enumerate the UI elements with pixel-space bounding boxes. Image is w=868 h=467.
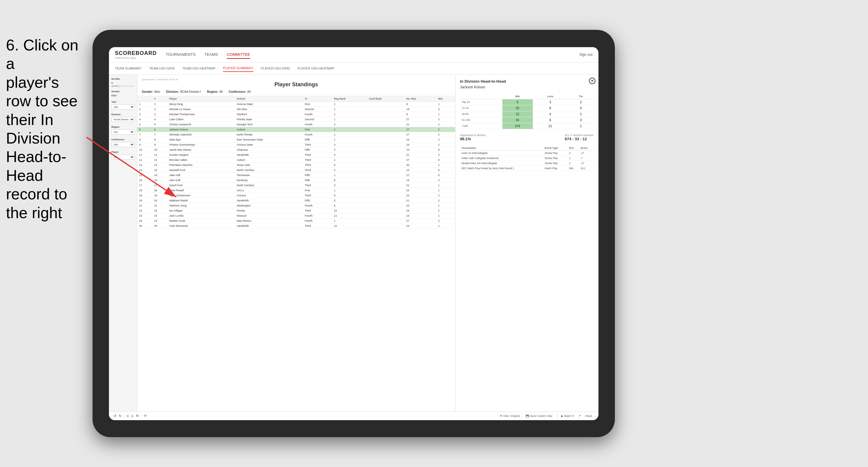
row-rank: 25 — [153, 223, 168, 228]
table-row[interactable]: 12 12 Brendan Valles Auburn Third 1 27 0 — [137, 157, 455, 162]
table-row[interactable]: 10 10 Jacob Mac Diesse Arkansas Fifth 2 … — [137, 147, 455, 152]
row-reg-rank: 3 — [332, 183, 367, 188]
h2h-row-loss: 3 — [533, 99, 568, 105]
table-row[interactable]: 20 20 Matthew Riedel Vanderbilt Fifth 5 … — [137, 198, 455, 203]
paste-icon[interactable]: ⎙ — [131, 414, 133, 418]
row-yr: Third — [303, 208, 332, 213]
division-select[interactable]: NCAA Division I — [111, 117, 135, 122]
table-row[interactable]: 24 24 Bastien Amat New Mexico Fourth 1 2… — [137, 218, 455, 223]
tourn-score: 18-1 — [579, 166, 594, 171]
row-school: Arizona State — [235, 142, 303, 147]
table-row[interactable]: 15 15 Jake Hall Tennessee Fifth 1 27 0 — [137, 173, 455, 178]
row-rank: 22 — [153, 208, 168, 213]
h2h-col-label — [460, 94, 502, 99]
table-row[interactable]: 11 11 Gordon Sargent Vanderbilt Third 4 … — [137, 152, 455, 157]
player-select[interactable]: (All) — [111, 155, 135, 160]
tourn-col-score: Score — [579, 146, 594, 151]
row-conf-rank — [367, 152, 404, 157]
table-row[interactable]: 18 18 Luke Powell UCLA First 1 24 1 — [137, 188, 455, 193]
region-select[interactable]: N/A — [111, 129, 135, 134]
row-conf-rank — [367, 193, 404, 198]
tablet-device: SCOREBOARD Powered by clippi TOURNAMENTS… — [93, 30, 615, 437]
h2h-row-win: 46 — [502, 117, 533, 123]
table-row[interactable]: 25 25 Cole Sherwood Vanderbilt Third 12 … — [137, 223, 455, 228]
settings-icon[interactable]: ⚙ — [136, 414, 139, 418]
table-row[interactable]: 4 4 Luke Claton Florida State Second 1 2… — [137, 117, 455, 122]
table-row[interactable]: 16 16 Alex Goff Kentucky Fifth 8 19 0 — [137, 178, 455, 183]
standings-table: # Player School Yr Reg Rank Conf Rank No… — [137, 96, 455, 228]
sub-nav-player-h2h-grid[interactable]: PLAYER H2H GRID — [261, 65, 290, 72]
row-win: 0 — [436, 147, 455, 152]
undo-icon[interactable]: ↺ — [114, 414, 116, 418]
share-icon[interactable]: ↗ — [578, 414, 581, 418]
conference-section: Conference (All) — [111, 138, 135, 147]
row-player: Wenyi Ding — [167, 101, 235, 106]
table-row[interactable]: 22 22 Ian Gilligan Florida Third 10 24 1 — [137, 208, 455, 213]
refresh-icon[interactable]: ⟳ — [144, 414, 147, 418]
row-reg-rank: 1 — [332, 112, 367, 117]
table-row[interactable]: 14 14 Maxwell Ford North Carolina Third … — [137, 167, 455, 173]
tablet-screen: SCOREBOARD Powered by clippi TOURNAMENTS… — [109, 47, 598, 420]
table-row[interactable]: 1 1 Wenyi Ding Arizona State First 1 8 1 — [137, 101, 455, 106]
row-yr: Fifth — [303, 173, 332, 178]
tourn-pos: 4 — [568, 150, 579, 155]
sub-nav-player-summary[interactable]: PLAYER SUMMARY — [223, 65, 253, 72]
row-reg-rank: 6 — [332, 162, 367, 167]
table-row[interactable]: 7 7 Nicholas Gabrelcik North Florida Fou… — [137, 132, 455, 137]
table-row[interactable]: 9 9 Preston Summerhays Arizona State Thi… — [137, 142, 455, 147]
year-select[interactable]: (All) — [111, 104, 135, 110]
nav-tournaments[interactable]: TOURNAMENTS — [166, 51, 195, 59]
row-school: Tennessee — [235, 173, 303, 178]
row-rank: 2 — [153, 106, 168, 112]
table-row[interactable]: 3 3 Michael Thorbjornsen Stanford Fourth… — [137, 112, 455, 117]
table-row[interactable]: 13 13 Phichaksn Maichon Texas A&M Third … — [137, 162, 455, 167]
row-school: UCLA — [235, 188, 303, 193]
table-row[interactable]: 5 5 Christo Lamprecht Georgia Tech Fourt… — [137, 122, 455, 127]
row-rank: 8 — [153, 137, 168, 142]
tournament-table: Tournament Event Type Pos Score Amer Ari… — [460, 146, 594, 171]
table-row[interactable]: 19 19 Tiger Christensen Arizona Third 8 … — [137, 193, 455, 198]
watch-btn[interactable]: ▶ Watch ▾ — [559, 413, 576, 418]
conference-select[interactable]: (All) — [111, 142, 135, 147]
row-no-rds: 27 — [404, 173, 436, 178]
logo-area: SCOREBOARD Powered by clippi — [115, 50, 157, 59]
division-record: W-L-T record in-division: 674 - 33 - 12 — [565, 134, 594, 141]
row-reg-rank: 1 — [332, 117, 367, 122]
row-school: Stanford — [235, 112, 303, 117]
h2h-col-loss: Loss — [533, 94, 568, 99]
redo-icon[interactable]: ↻ — [119, 414, 122, 418]
sub-nav-team-summary[interactable]: TEAM SUMMARY — [115, 65, 142, 72]
row-reg-rank: 1 — [332, 218, 367, 223]
row-school: Georgia Tech — [235, 122, 303, 127]
sign-out-link[interactable]: Sign out — [579, 53, 592, 57]
save-custom-btn[interactable]: 💾 Save Custom View — [524, 413, 554, 418]
row-reg-rank: 4 — [332, 152, 367, 157]
table-row[interactable]: 8 8 Mats Ege East Tennessee State Fifth … — [137, 137, 455, 142]
table-row[interactable]: 2 2 Michael La Sasse Ole Miss Second 1 1… — [137, 106, 455, 112]
tourn-pos: Win — [568, 166, 579, 171]
row-player: Bastien Amat — [167, 218, 235, 223]
sub-nav-team-h2h-grid[interactable]: TEAM H2H GRID — [149, 65, 175, 72]
row-num: 6 — [137, 127, 153, 132]
h2h-row-win: 22 — [502, 111, 533, 117]
h2h-header-row: Win Loss Tie — [460, 94, 594, 99]
table-row[interactable]: 23 23 Jack Lundin Missouri Fourth 11 24 … — [137, 213, 455, 218]
nav-teams[interactable]: TEAMS — [205, 51, 218, 59]
table-row[interactable]: 21 21 Taehoon Song Washington Fourth 6 2… — [137, 203, 455, 208]
row-school: Ole Miss — [235, 106, 303, 112]
nav-committee[interactable]: COMMITTEE — [227, 51, 250, 59]
sub-nav-team-h2h-heatmap[interactable]: TEAM H2H HEATMAP — [182, 65, 216, 72]
slider-container[interactable] — [111, 86, 135, 87]
table-row[interactable]: 17 17 David Ford North Carolina Third 3 … — [137, 183, 455, 188]
eye-icon: 👁 — [500, 414, 502, 417]
share-btn[interactable]: Share — [583, 413, 594, 418]
logo-sub: Powered by clippi — [115, 56, 157, 59]
sub-nav-player-h2h-heatmap[interactable]: PLAYER H2H HEATMAP — [298, 65, 334, 72]
table-row[interactable]: 6 6 Jackson Koivun Auburn First 1 27 2 — [137, 127, 455, 132]
view-original-btn[interactable]: 👁 View: Original — [498, 413, 522, 418]
row-player: Nicholas Gabrelcik — [167, 132, 235, 137]
row-conf-rank — [367, 112, 404, 117]
row-no-rds: 27 — [404, 157, 436, 162]
copy-icon[interactable]: ⎘ — [127, 414, 129, 418]
close-button[interactable]: ✕ — [589, 77, 595, 84]
